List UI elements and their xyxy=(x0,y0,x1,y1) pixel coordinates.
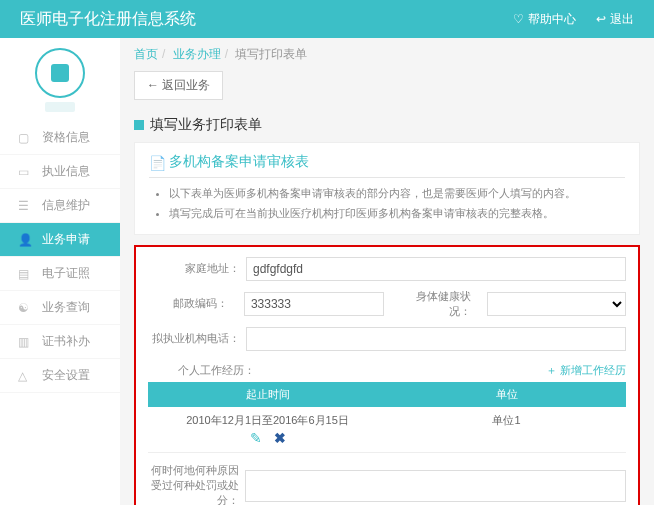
menu-elicense[interactable]: ▤电子证照 xyxy=(0,257,120,291)
zip-input[interactable] xyxy=(244,292,384,316)
app-header: 医师电子化注册信息系统 ♡ 帮助中心 ↩ 退出 xyxy=(0,0,654,38)
app-title: 医师电子化注册信息系统 xyxy=(20,9,196,30)
menu-qualification[interactable]: ▢资格信息 xyxy=(0,121,120,155)
info-panel: 📄 多机构备案申请审核表 以下表单为医师多机构备案申请审核表的部分内容，也是需要… xyxy=(134,142,640,235)
health-label: 身体健康状况： xyxy=(404,289,477,319)
edit-icon[interactable]: ✎ xyxy=(250,430,262,446)
bc-current: 填写打印表单 xyxy=(235,47,307,61)
help-link[interactable]: ♡ 帮助中心 xyxy=(513,11,576,28)
menu-practice[interactable]: ▭执业信息 xyxy=(0,155,120,189)
menu-query[interactable]: ☯业务查询 xyxy=(0,291,120,325)
table-header: 起止时间 单位 xyxy=(148,382,626,407)
gear-icon: ☰ xyxy=(18,199,32,213)
hist-label: 个人工作经历： xyxy=(148,363,255,378)
lock-icon: △ xyxy=(18,369,32,383)
header-right: ♡ 帮助中心 ↩ 退出 xyxy=(513,11,634,28)
help-icon: ♡ xyxy=(513,12,524,26)
health-select[interactable] xyxy=(487,292,626,316)
user-icon: 👤 xyxy=(18,233,32,247)
avatar-box xyxy=(0,38,120,121)
menu-cert-reissue[interactable]: ▥证书补办 xyxy=(0,325,120,359)
breadcrumb: 首页/ 业务办理/ 填写打印表单 xyxy=(134,46,640,63)
search-icon: ☯ xyxy=(18,301,32,315)
panel-title: 📄 多机构备案申请审核表 xyxy=(149,153,625,178)
avatar-label xyxy=(45,102,75,112)
table-row: 2010年12月1日至2016年6月15日 ✎ ✖ 单位1 xyxy=(148,407,626,453)
panel-bullets: 以下表单为医师多机构备案申请审核表的部分内容，也是需要医师个人填写的内容。 填写… xyxy=(149,184,625,224)
square-icon xyxy=(134,120,144,130)
sidebar: ▢资格信息 ▭执业信息 ☰信息维护 👤业务申请 ▤电子证照 ☯业务查询 ▥证书补… xyxy=(0,38,120,505)
menu-security[interactable]: △安全设置 xyxy=(0,359,120,393)
section-title: 填写业务打印表单 xyxy=(134,116,640,134)
logout-link[interactable]: ↩ 退出 xyxy=(596,11,634,28)
card-icon: ▭ xyxy=(18,165,32,179)
addr-label: 家庭地址： xyxy=(148,261,246,276)
menu-info-maintain[interactable]: ☰信息维护 xyxy=(0,189,120,223)
add-history-link[interactable]: ＋ 新增工作经历 xyxy=(546,363,626,378)
doc-icon: ▥ xyxy=(18,335,32,349)
document-icon: 📄 xyxy=(149,155,163,169)
back-button[interactable]: ← 返回业务 xyxy=(134,71,223,100)
menu-business-apply[interactable]: 👤业务申请 xyxy=(0,223,120,257)
form-box: 家庭地址： 邮政编码： 身体健康状况： 拟执业机构电话： 个人工作经历： ＋ 新… xyxy=(134,245,640,505)
badge-icon: ▢ xyxy=(18,131,32,145)
col-unit: 单位 xyxy=(387,382,626,407)
inst-tel-label: 拟执业机构电话： xyxy=(148,331,246,346)
cell-unit: 单位1 xyxy=(387,407,626,452)
zip-label: 邮政编码： xyxy=(148,296,234,311)
inst-tel-input[interactable] xyxy=(246,327,626,351)
punish-input[interactable] xyxy=(245,470,627,502)
delete-icon[interactable]: ✖ xyxy=(274,430,286,446)
content: 首页/ 业务办理/ 填写打印表单 ← 返回业务 填写业务打印表单 📄 多机构备案… xyxy=(120,38,654,505)
avatar xyxy=(35,48,85,98)
file-icon: ▤ xyxy=(18,267,32,281)
addr-input[interactable] xyxy=(246,257,626,281)
bc-home[interactable]: 首页 xyxy=(134,47,158,61)
punish-label: 何时何地何种原因受过何种处罚或处分： xyxy=(148,463,245,505)
cell-period: 2010年12月1日至2016年6月15日 xyxy=(154,413,381,428)
col-period: 起止时间 xyxy=(148,382,387,407)
logout-icon: ↩ xyxy=(596,12,606,26)
bc-biz[interactable]: 业务办理 xyxy=(173,47,221,61)
